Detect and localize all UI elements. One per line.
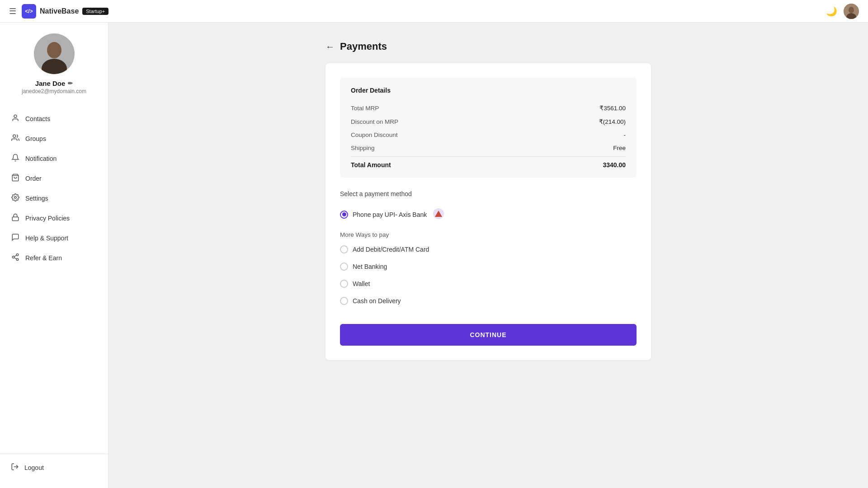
order-value-mrp: ₹3561.00: [599, 104, 626, 112]
sidebar-bottom: Logout: [0, 454, 108, 481]
radio-cod[interactable]: [340, 297, 348, 305]
sidebar-profile: Jane Doe ✏ janedoe2@mydomain.com: [0, 33, 108, 105]
user-email: janedoe2@mydomain.com: [22, 88, 86, 94]
payment-option-wallet[interactable]: Wallet: [340, 275, 637, 292]
sidebar-item-groups[interactable]: Groups: [0, 129, 108, 149]
order-details-heading: Order Details: [351, 87, 626, 94]
page-title: Payments: [340, 41, 387, 52]
order-row-coupon: Coupon Discount -: [351, 128, 626, 141]
sidebar-item-label: Privacy Policies: [25, 215, 70, 222]
logo-icon: </>: [22, 4, 36, 19]
sidebar: Jane Doe ✏ janedoe2@mydomain.com Contact…: [0, 23, 108, 488]
order-row-total: Total Amount 3340.00: [351, 156, 626, 169]
phonepay-label: Phone pay UPI- Axis Bank: [353, 211, 427, 218]
svg-point-1: [849, 7, 854, 13]
dark-mode-icon[interactable]: 🌙: [826, 6, 837, 17]
order-row-discount: Discount on MRP ₹(214.00): [351, 115, 626, 128]
sidebar-item-contacts[interactable]: Contacts: [0, 109, 108, 129]
back-button[interactable]: ←: [326, 42, 335, 52]
sidebar-item-label: Contacts: [25, 115, 50, 122]
order-total-value: 3340.00: [603, 161, 626, 169]
radio-debit[interactable]: [340, 245, 348, 253]
wallet-label: Wallet: [353, 280, 370, 287]
logo-text: NativeBase: [40, 7, 79, 15]
svg-point-12: [12, 256, 14, 258]
avatar[interactable]: [844, 4, 859, 19]
profile-avatar: [34, 33, 75, 74]
sidebar-item-label: Groups: [25, 135, 46, 142]
order-value-coupon: -: [624, 131, 626, 138]
order-label-coupon: Coupon Discount: [351, 131, 398, 138]
logout-button[interactable]: Logout: [0, 458, 108, 477]
svg-point-11: [16, 254, 19, 256]
order-details-box: Order Details Total MRP ₹3561.00 Discoun…: [340, 78, 637, 178]
page-header: ← Payments: [326, 41, 651, 52]
startup-badge: Startup+: [82, 8, 108, 15]
svg-line-14: [14, 258, 16, 259]
svg-point-13: [16, 258, 19, 261]
sidebar-item-label: Notification: [25, 155, 57, 162]
sidebar-item-privacy[interactable]: Privacy Policies: [0, 208, 108, 228]
nav-items: Contacts Groups Notification Order: [0, 105, 108, 454]
order-label-mrp: Total MRP: [351, 105, 379, 112]
order-value-discount: ₹(214.00): [599, 118, 626, 125]
help-icon: [11, 233, 20, 243]
svg-line-15: [14, 255, 16, 257]
user-name: Jane Doe ✏: [35, 80, 73, 87]
sidebar-item-settings[interactable]: Settings: [0, 188, 108, 208]
order-label-discount: Discount on MRP: [351, 118, 398, 125]
contacts-icon: [11, 114, 20, 124]
payment-option-cod[interactable]: Cash on Delivery: [340, 292, 637, 310]
privacy-icon: [11, 213, 20, 223]
svg-point-7: [13, 135, 16, 137]
main-content: ← Payments Order Details Total MRP ₹3561…: [108, 23, 868, 488]
logout-icon: [11, 463, 19, 472]
order-icon: [11, 174, 20, 183]
groups-icon: [11, 134, 20, 144]
payment-option-phonepay[interactable]: Phone pay UPI- Axis Bank: [340, 204, 637, 225]
order-row-shipping: Shipping Free: [351, 141, 626, 155]
order-total-label: Total Amount: [351, 161, 391, 169]
svg-point-9: [14, 197, 17, 199]
radio-wallet[interactable]: [340, 280, 348, 288]
sidebar-item-help[interactable]: Help & Support: [0, 228, 108, 248]
refer-icon: [11, 253, 20, 263]
svg-rect-10: [12, 217, 19, 221]
topnav: ☰ </> NativeBase Startup+ 🌙: [0, 0, 868, 23]
debit-label: Add Debit/Credit/ATM Card: [353, 246, 429, 253]
sidebar-item-refer[interactable]: Refer & Earn: [0, 248, 108, 268]
sidebar-item-label: Settings: [25, 195, 48, 202]
sidebar-item-label: Refer & Earn: [25, 254, 62, 262]
logo: </> NativeBase Startup+: [22, 4, 108, 19]
cod-label: Cash on Delivery: [353, 297, 401, 305]
radio-netbanking[interactable]: [340, 263, 348, 271]
payment-option-debit[interactable]: Add Debit/Credit/ATM Card: [340, 241, 637, 258]
order-value-shipping: Free: [613, 145, 626, 151]
settings-icon: [11, 193, 20, 203]
svg-point-4: [47, 42, 61, 58]
logout-label: Logout: [24, 464, 44, 471]
notification-icon: [11, 154, 20, 164]
more-ways-label: More Ways to pay: [340, 231, 637, 238]
hamburger-menu-icon[interactable]: ☰: [9, 6, 16, 16]
order-label-shipping: Shipping: [351, 145, 375, 151]
payment-option-netbanking[interactable]: Net Banking: [340, 258, 637, 275]
payments-card: Order Details Total MRP ₹3561.00 Discoun…: [326, 63, 651, 360]
sidebar-item-order[interactable]: Order: [0, 169, 108, 188]
payment-section-label: Select a payment method: [340, 190, 637, 197]
sidebar-item-label: Help & Support: [25, 235, 68, 242]
sidebar-item-notification[interactable]: Notification: [0, 149, 108, 169]
radio-phonepay[interactable]: [340, 211, 348, 219]
svg-point-6: [14, 115, 17, 117]
phonepay-icon: [433, 208, 444, 221]
sidebar-item-label: Order: [25, 175, 42, 182]
netbanking-label: Net Banking: [353, 263, 387, 270]
order-row-mrp: Total MRP ₹3561.00: [351, 101, 626, 115]
edit-profile-icon[interactable]: ✏: [68, 80, 73, 87]
continue-button[interactable]: CONTINUE: [340, 324, 637, 346]
